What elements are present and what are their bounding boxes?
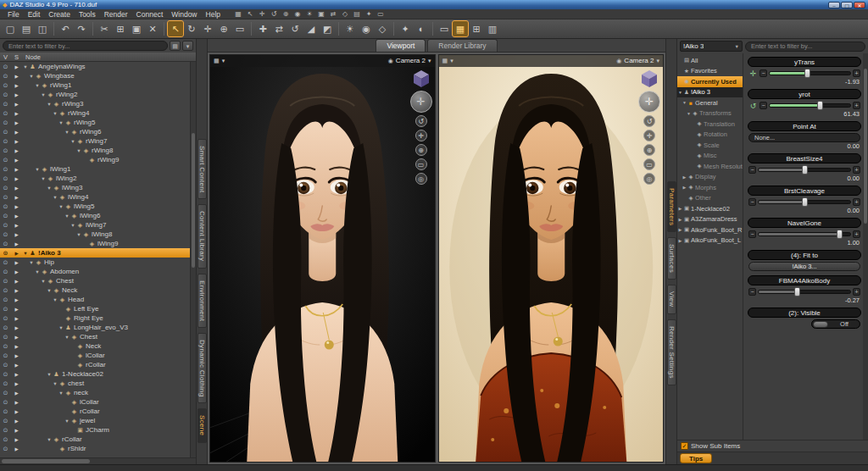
menu-tools[interactable]: Tools	[75, 9, 100, 19]
selectability-icon[interactable]: ▶	[11, 372, 22, 377]
visibility-eye-icon[interactable]: ⊙	[0, 427, 11, 434]
menu-window[interactable]: Window	[167, 9, 201, 19]
selectability-icon[interactable]: ▶	[11, 186, 22, 191]
expand-arrow-icon[interactable]: ▼	[58, 204, 64, 209]
selectability-icon[interactable]: ▶	[11, 241, 22, 247]
delete-icon[interactable]: ✕	[145, 21, 160, 36]
star-icon[interactable]: ✦	[364, 9, 374, 19]
visibility-eye-icon[interactable]: ⊙	[0, 231, 11, 238]
dolly-view-icon[interactable]: ⊕	[643, 144, 655, 156]
universal-tool-icon[interactable]: ✚	[255, 21, 270, 36]
scene-tree-row[interactable]: ⊙▶▼♟1-Necklace02	[0, 369, 196, 379]
rotate-tool-icon[interactable]: ↺	[287, 21, 303, 36]
slider-handle[interactable]	[802, 165, 808, 175]
param-label[interactable]: BrstCleavage	[748, 186, 861, 196]
selectability-icon[interactable]: ▶	[11, 297, 22, 302]
scene-tree-row[interactable]: ⊙▶▼◈lWing3	[0, 183, 196, 192]
pan-view-icon[interactable]: ✛	[415, 130, 427, 141]
tab-render-library[interactable]: Render Library	[427, 39, 497, 52]
visibility-eye-icon[interactable]: ⊙	[0, 110, 11, 117]
open-file-icon[interactable]: ▤	[19, 21, 34, 36]
menu-file[interactable]: File	[3, 9, 24, 19]
decrement-button[interactable]: −	[748, 288, 756, 296]
selectability-icon[interactable]: ▶	[11, 269, 22, 274]
layout-split-icon[interactable]: ▦	[453, 21, 468, 36]
selectability-icon[interactable]: ▶	[11, 204, 22, 209]
create-light-icon[interactable]: ☀	[342, 21, 358, 36]
pointer-icon[interactable]: ↖	[245, 9, 255, 19]
slider-track[interactable]	[758, 290, 851, 294]
tab-render-settings[interactable]: Render Settings	[667, 319, 676, 385]
paste-icon[interactable]: ▣	[129, 21, 144, 36]
selectability-icon[interactable]: ▶	[11, 391, 22, 396]
redo-icon[interactable]: ↷	[74, 21, 89, 36]
scene-tree-row[interactable]: ⊙▶▼♟LongHair_evo_V3	[0, 323, 196, 332]
create-null-icon[interactable]: ◇	[375, 21, 390, 36]
pan-icon[interactable]: ✛	[257, 9, 267, 19]
minimize-button[interactable]: –	[828, 2, 840, 8]
camera-selector[interactable]: Camera 2	[396, 55, 426, 67]
selectability-icon[interactable]: ▶	[11, 353, 22, 358]
scene-tree-row[interactable]: ⊙▶▼◈rCollar	[0, 435, 196, 444]
decrement-button[interactable]: −	[760, 102, 767, 109]
visibility-eye-icon[interactable]: ⊙	[0, 380, 11, 387]
scene-tree-row[interactable]: ⊙▶▼◈rWing1	[0, 80, 196, 90]
viewport-options-icon[interactable]: ▦	[442, 55, 448, 67]
frame-icon[interactable]: ▭	[376, 9, 386, 19]
slider-track[interactable]	[758, 232, 851, 236]
parameters-filter-input[interactable]	[745, 42, 865, 52]
expand-arrow-icon[interactable]: ▼	[52, 195, 58, 200]
scene-tree-row[interactable]: ⊙▶▼◈Abdomen	[0, 267, 196, 276]
scene-tree-row[interactable]: ⊙▶▼◈lWing7	[0, 220, 196, 230]
parameter-group-row[interactable]: ▤All	[677, 55, 743, 66]
parameter-group-row[interactable]: ▶▣AikoFunk_Boot_L	[677, 236, 743, 247]
expand-arrow-icon[interactable]: ▼	[686, 111, 692, 116]
param-label[interactable]: yrot	[748, 89, 861, 99]
scene-tree-row[interactable]: ⊙▶▼◈chest	[0, 379, 196, 388]
visibility-eye-icon[interactable]: ⊙	[0, 185, 11, 191]
visibility-eye-icon[interactable]: ⊙	[0, 91, 11, 98]
expand-arrow-icon[interactable]: ▼	[58, 120, 64, 125]
surface-selection-tool-icon[interactable]: ◩	[320, 21, 335, 36]
scene-tree-row[interactable]: ⊙▶▼◈lWing6	[0, 211, 196, 220]
scene-tree-row[interactable]: ⊙▶▼◈rWing8	[0, 146, 196, 155]
scene-tree-row[interactable]: ⊙▶◈rShldr	[0, 444, 196, 453]
parameter-group-row[interactable]: ▼■General	[677, 97, 743, 108]
visibility-eye-icon[interactable]: ⊙	[0, 203, 11, 210]
param-label[interactable]: FBMA4AikoBody	[748, 275, 861, 285]
visibility-eye-icon[interactable]: ⊙	[0, 129, 11, 136]
selectability-icon[interactable]: ▶	[11, 139, 22, 144]
selectability-icon[interactable]: ▶	[11, 335, 22, 340]
selectability-icon[interactable]: ▶	[11, 92, 22, 97]
param-label[interactable]: Point At	[748, 121, 861, 131]
dropdown-arrow-icon[interactable]: ▾	[450, 55, 453, 67]
spot-render-icon[interactable]: ◐	[414, 21, 429, 36]
tips-button[interactable]: Tips	[680, 453, 712, 463]
expand-arrow-icon[interactable]: ▼	[75, 148, 82, 153]
rotate-view-tool-icon[interactable]: ↻	[184, 21, 199, 36]
titlebar[interactable]: ◆ DAZ Studio 4.9 Pro - 710.duf – ▢ ✕	[0, 0, 868, 9]
selectability-icon[interactable]: ▶	[11, 223, 22, 228]
scene-tree-row[interactable]: ⊙▶▼◈jewel	[0, 416, 196, 425]
selectability-icon[interactable]: ▶	[11, 344, 22, 349]
increment-button[interactable]: +	[853, 230, 860, 238]
menu-help[interactable]: Help	[202, 9, 225, 19]
slider-handle[interactable]	[837, 230, 843, 239]
tab-environment[interactable]: Environment	[198, 274, 207, 328]
visibility-eye-icon[interactable]: ⊙	[0, 269, 11, 275]
pan-view-tool-icon[interactable]: ✛	[200, 21, 215, 36]
parameter-group-row[interactable]: ◈Translation	[677, 119, 743, 130]
expand-arrow-icon[interactable]: ▼	[70, 139, 76, 144]
slider-handle[interactable]	[802, 197, 808, 207]
scene-tree-row[interactable]: ⊙▶▼◈Wingbase	[0, 71, 196, 80]
slider-track[interactable]	[758, 200, 851, 204]
parameter-group-row[interactable]: ▶◈Morphs	[677, 182, 743, 193]
light-icon[interactable]: ☀	[304, 9, 314, 19]
parameter-group-row[interactable]: ▶▣A3ZamaraDress	[677, 214, 743, 225]
scene-tree-row[interactable]: ⊙▶▼◈lWing4	[0, 192, 196, 202]
frame-view-tool-icon[interactable]: ▭	[232, 21, 248, 36]
tab-dynamic-clothing[interactable]: Dynamic Clothing	[198, 333, 207, 404]
viewport-pane-right[interactable]: ▦ ▾ ◉ Camera 2 ▾ ✛↺✛⊕▭◎	[438, 54, 665, 463]
tab-parameters[interactable]: Parameters	[667, 181, 676, 232]
visibility-eye-icon[interactable]: ⊙	[0, 352, 11, 359]
